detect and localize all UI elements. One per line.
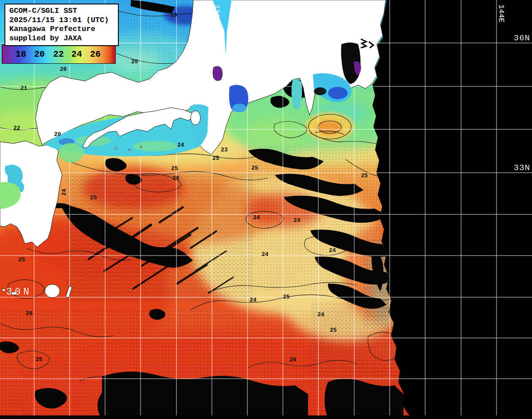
contour-label: 25 [283, 294, 290, 300]
land-yakushima [45, 284, 60, 298]
contour-label: 25 [18, 256, 25, 263]
region-label: Kanagawa Prefecture [9, 25, 114, 34]
contour-label: 26 [289, 357, 297, 363]
contour-label: 22 [13, 125, 20, 132]
lake-biwa [213, 66, 223, 81]
contour-label: 23 [221, 147, 228, 153]
contour-label: 18 [162, 5, 169, 12]
contour-label: 25 [212, 155, 219, 162]
contour-label: 20 [54, 131, 61, 138]
contour-label: 19 [170, 12, 177, 19]
inland-islet [140, 146, 142, 148]
contour-label: 24 [253, 214, 260, 221]
land-islet-sw [2, 289, 5, 291]
colorbar-tick: 26 [90, 49, 101, 59]
lon-label: 144E [497, 4, 505, 23]
lat-label: 36N [514, 33, 530, 43]
contour-label: 24 [329, 247, 336, 254]
provider-label: supplied by JAXA [9, 34, 114, 43]
title-box: GCOM-C/SGLI SST 2025/11/15 13:01 (UTC) K… [4, 4, 119, 46]
land-awaji [191, 111, 200, 125]
inland-islet [129, 149, 130, 151]
contour-label: 24 [262, 251, 269, 258]
contour-label: 26 [26, 310, 33, 317]
lat-label: 33N [514, 163, 530, 173]
contour-label: 24 [293, 217, 301, 224]
contour-label: 25 [251, 165, 258, 171]
lon-label: 136E [212, 4, 221, 23]
contour-label: 24 [177, 142, 184, 148]
colorbar-tick: 18 [16, 49, 26, 59]
temperature-colorbar: 1820222426 [2, 44, 116, 64]
bungo-channel [59, 143, 83, 163]
contour-label: 20 [131, 58, 138, 65]
contour-label: 24 [317, 311, 325, 318]
colorbar-tick: 20 [34, 49, 45, 59]
product-title: GCOM-C/SGLI SST [9, 7, 114, 16]
colorbar-tick: 22 [53, 49, 64, 59]
lat-label: 30N [6, 287, 32, 298]
contour-label: 24 [250, 297, 257, 303]
contour-label: 26 [172, 175, 180, 182]
contour-label: 25 [35, 356, 43, 363]
contour-label: 25 [330, 327, 337, 334]
contour-label: 25 [361, 172, 368, 179]
sst-map-stage: 1819202021222024232525262525252424242424… [0, 0, 532, 419]
colorbar-tick: 24 [71, 49, 82, 59]
contour-label: 25 [171, 165, 178, 172]
contour-label: 24 [61, 189, 67, 196]
contour-label: 25 [90, 194, 97, 201]
bottom-no-data-strip [0, 415, 532, 419]
inland-islet [115, 147, 117, 150]
contour-label: 26 [368, 385, 376, 392]
contour-label: 20 [60, 66, 67, 73]
contour-label: 21 [20, 85, 27, 92]
datetime-label: 2025/11/15 13:01 (UTC) [9, 16, 114, 25]
